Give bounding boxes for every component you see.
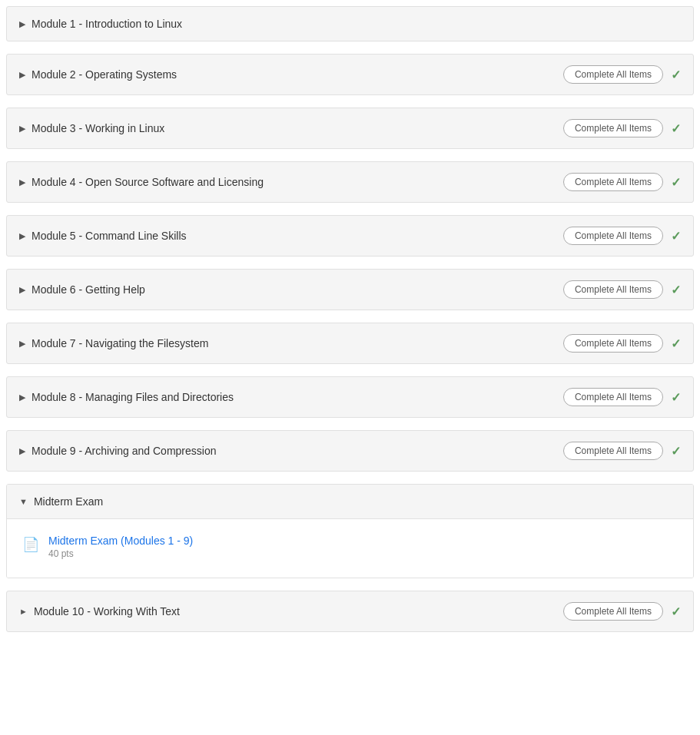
module-4-check-icon: ✓ bbox=[671, 175, 681, 190]
module-1-title: Module 1 - Introduction to Linux bbox=[32, 18, 182, 30]
module-5-chevron-icon: ▶ bbox=[19, 231, 25, 241]
module-6-left: ▶Module 6 - Getting Help bbox=[19, 283, 145, 296]
module-row-6[interactable]: ▶Module 6 - Getting HelpComplete All Ite… bbox=[6, 269, 694, 310]
module-2-chevron-icon: ▶ bbox=[19, 70, 25, 80]
module-9-title: Module 9 - Archiving and Compression bbox=[32, 445, 216, 457]
module-2-title: Module 2 - Operating Systems bbox=[32, 68, 177, 81]
module-8-check-icon: ✓ bbox=[671, 390, 681, 405]
module-row-5[interactable]: ▶Module 5 - Command Line SkillsComplete … bbox=[6, 215, 694, 257]
module-3-title: Module 3 - Working in Linux bbox=[32, 122, 164, 134]
module-5-title: Module 5 - Command Line Skills bbox=[32, 230, 187, 242]
course-list: ▶Module 1 - Introduction to Linux▶Module… bbox=[0, 0, 700, 651]
module-9-check-icon: ✓ bbox=[671, 444, 681, 459]
module-5-left: ▶Module 5 - Command Line Skills bbox=[19, 230, 187, 242]
module-3-chevron-icon: ▶ bbox=[19, 124, 25, 134]
module-2-check-icon: ✓ bbox=[671, 68, 681, 82]
module-6-complete-button[interactable]: Complete All Items bbox=[563, 280, 663, 299]
module-9-left: ▶Module 9 - Archiving and Compression bbox=[19, 445, 216, 457]
module-4-left: ▶Module 4 - Open Source Software and Lic… bbox=[19, 176, 264, 188]
module-row-10[interactable]: ► Module 10 - Working With Text Complete… bbox=[6, 591, 694, 632]
exam-icon: 📄 bbox=[22, 536, 39, 553]
module-2-left: ▶Module 2 - Operating Systems bbox=[19, 68, 177, 81]
module-6-right: Complete All Items✓ bbox=[563, 280, 681, 299]
module-row-8[interactable]: ▶Module 8 - Managing Files and Directori… bbox=[6, 376, 694, 418]
module-10-title: Module 10 - Working With Text bbox=[34, 605, 180, 617]
module-5-complete-button[interactable]: Complete All Items bbox=[563, 227, 663, 245]
midterm-section-title: Midterm Exam bbox=[34, 495, 103, 508]
module-2-right: Complete All Items✓ bbox=[563, 65, 681, 84]
exam-item: 📄 Midterm Exam (Modules 1 - 9) 40 pts bbox=[19, 528, 681, 565]
module-1-left: ▶Module 1 - Introduction to Linux bbox=[19, 18, 182, 30]
module-9-chevron-icon: ▶ bbox=[19, 446, 25, 456]
module-4-right: Complete All Items✓ bbox=[563, 173, 681, 191]
module-row-3[interactable]: ▶Module 3 - Working in LinuxComplete All… bbox=[6, 108, 694, 149]
module-9-right: Complete All Items✓ bbox=[563, 442, 681, 460]
module-6-title: Module 6 - Getting Help bbox=[32, 283, 145, 296]
module-4-title: Module 4 - Open Source Software and Lice… bbox=[32, 176, 264, 188]
exam-pts: 40 pts bbox=[48, 548, 193, 559]
module-6-chevron-icon: ▶ bbox=[19, 285, 25, 295]
module-7-chevron-icon: ▶ bbox=[19, 339, 25, 349]
module-9-complete-button[interactable]: Complete All Items bbox=[563, 442, 663, 460]
module-3-complete-button[interactable]: Complete All Items bbox=[563, 119, 663, 137]
module-row-7[interactable]: ▶Module 7 - Navigating the FilesystemCom… bbox=[6, 323, 694, 364]
module-7-title: Module 7 - Navigating the Filesystem bbox=[32, 337, 208, 349]
module-row-9[interactable]: ▶Module 9 - Archiving and CompressionCom… bbox=[6, 430, 694, 472]
module-7-right: Complete All Items✓ bbox=[563, 334, 681, 353]
module-10-check-icon: ✓ bbox=[671, 604, 681, 619]
module-2-complete-button[interactable]: Complete All Items bbox=[563, 65, 663, 84]
module-8-chevron-icon: ▶ bbox=[19, 392, 25, 402]
module-row-1[interactable]: ▶Module 1 - Introduction to Linux bbox=[6, 6, 694, 41]
module-1-chevron-icon: ▶ bbox=[19, 19, 25, 29]
midterm-chevron-icon: ▼ bbox=[19, 497, 28, 506]
module-10-chevron-icon: ► bbox=[19, 607, 28, 616]
module-row-2[interactable]: ▶Module 2 - Operating SystemsComplete Al… bbox=[6, 54, 694, 95]
module-7-check-icon: ✓ bbox=[671, 336, 681, 351]
module-10-complete-button[interactable]: Complete All Items bbox=[563, 602, 663, 621]
exam-info: Midterm Exam (Modules 1 - 9) 40 pts bbox=[48, 535, 193, 559]
module-3-right: Complete All Items✓ bbox=[563, 119, 681, 137]
module-6-check-icon: ✓ bbox=[671, 283, 681, 297]
module-3-check-icon: ✓ bbox=[671, 121, 681, 136]
exam-title-link[interactable]: Midterm Exam (Modules 1 - 9) bbox=[48, 535, 193, 547]
module-8-complete-button[interactable]: Complete All Items bbox=[563, 388, 663, 406]
module-5-right: Complete All Items✓ bbox=[563, 227, 681, 245]
module-row-4[interactable]: ▶Module 4 - Open Source Software and Lic… bbox=[6, 161, 694, 203]
module-10-left: ► Module 10 - Working With Text bbox=[19, 605, 180, 617]
module-7-left: ▶Module 7 - Navigating the Filesystem bbox=[19, 337, 208, 349]
midterm-section-body: 📄 Midterm Exam (Modules 1 - 9) 40 pts bbox=[7, 518, 693, 578]
module-8-right: Complete All Items✓ bbox=[563, 388, 681, 406]
module-4-complete-button[interactable]: Complete All Items bbox=[563, 173, 663, 191]
midterm-section-header[interactable]: ▼ Midterm Exam bbox=[7, 485, 693, 518]
module-4-chevron-icon: ▶ bbox=[19, 177, 25, 187]
module-8-title: Module 8 - Managing Files and Directorie… bbox=[32, 391, 234, 403]
midterm-section: ▼ Midterm Exam 📄 Midterm Exam (Modules 1… bbox=[6, 484, 694, 578]
module-3-left: ▶Module 3 - Working in Linux bbox=[19, 122, 164, 134]
module-5-check-icon: ✓ bbox=[671, 229, 681, 243]
module-7-complete-button[interactable]: Complete All Items bbox=[563, 334, 663, 353]
module-8-left: ▶Module 8 - Managing Files and Directori… bbox=[19, 391, 234, 403]
module-10-right: Complete All Items ✓ bbox=[563, 602, 681, 621]
